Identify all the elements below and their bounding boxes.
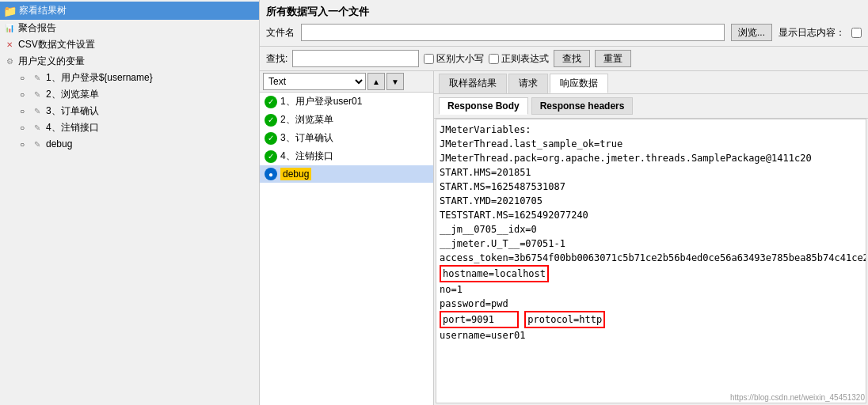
response-line-5: START.YMD=20210705 [440, 194, 862, 208]
sidebar-item-label: 4、注销接口 [46, 121, 99, 134]
sidebar-item-label: 聚合报告 [18, 21, 56, 35]
tab-request-label: 请求 [519, 78, 538, 89]
tree-item-label: 4、注销接口 [280, 150, 333, 163]
response-line-3: START.HMS=201851 [440, 165, 862, 180]
sidebar-item-label: 3、订单确认 [46, 104, 99, 118]
response-line-1: JMeterThread.last_sample_ok=true [440, 137, 862, 151]
status-icon-debug: ● [265, 168, 277, 180]
search-button[interactable]: 查找 [554, 50, 590, 67]
tree-item-order[interactable]: ✓ 3、订单确认 [260, 129, 433, 147]
file-section-title: 所有数据写入一个文件 [266, 5, 862, 19]
sub-tab-headers[interactable]: Response headers [531, 97, 634, 115]
sidebar-header-label: 察看结果树 [19, 4, 67, 17]
response-line-4: START.MS=1625487531087 [440, 180, 862, 194]
watermark: https://blog.csdn.net/weixin_45451320 [730, 393, 865, 402]
tree-prev-button[interactable]: ▲ [367, 73, 385, 90]
reset-button[interactable]: 重置 [595, 50, 631, 67]
file-name-label: 文件名 [266, 26, 295, 40]
response-line-14: protocol=http [524, 311, 605, 328]
tab-response-label: 响应数据 [560, 78, 598, 89]
file-name-input[interactable] [301, 24, 725, 41]
search-label: 查找: [266, 52, 287, 66]
tree-item-label: 3、订单确认 [280, 131, 333, 145]
regex-label: 正则表达式 [501, 52, 549, 66]
sidebar: 📁 察看结果树 📊 聚合报告 ✕ CSV数据文件设置 ⚙ 用户定义的变量 ○ ✎… [0, 0, 260, 405]
search-input[interactable] [292, 50, 419, 67]
response-content[interactable]: JMeterVariables: JMeterThread.last_sampl… [436, 119, 866, 403]
script-icon: ○ [16, 89, 29, 101]
sub-tab-body[interactable]: Response Body [439, 97, 528, 115]
tree-item-login[interactable]: ✓ 1、用户登录user01 [260, 93, 433, 111]
sidebar-item-csv[interactable]: ✕ CSV数据文件设置 [0, 36, 259, 53]
response-line-10: hostname=localhost [440, 265, 549, 282]
log-checkbox[interactable] [851, 28, 862, 38]
status-icon-green: ✓ [265, 114, 277, 127]
sidebar-item-label: 1、用户登录${username} [46, 71, 153, 85]
status-icon-green: ✓ [265, 150, 277, 163]
tree-item-logout[interactable]: ✓ 4、注销接口 [260, 147, 433, 165]
response-line-9: access_token=3b6754f00bb0063071c5b71ce2b… [440, 251, 862, 265]
var-icon: ⚙ [3, 55, 16, 68]
script-icon: ○ [16, 105, 29, 118]
regex-checkbox[interactable] [489, 54, 499, 64]
tab-sampler[interactable]: 取样器结果 [439, 74, 507, 93]
tree-item-menu[interactable]: ✓ 2、浏览菜单 [260, 111, 433, 129]
tab-response[interactable]: 响应数据 [550, 74, 608, 93]
tree-item-label: 1、用户登录user01 [280, 95, 362, 108]
pencil-icon: ✎ [31, 72, 44, 85]
script-icon: ○ [16, 138, 29, 150]
sidebar-item-aggregate[interactable]: 📊 聚合报告 [0, 20, 259, 36]
response-line-6: TESTSTART.MS=1625492077240 [440, 208, 862, 222]
script-icon: ○ [16, 72, 29, 85]
chart-icon: 📊 [3, 22, 16, 35]
browse-button[interactable]: 浏览... [731, 24, 772, 41]
sidebar-header[interactable]: 📁 察看结果树 [0, 2, 259, 20]
response-line-12: password=pwd [440, 297, 862, 311]
file-section: 所有数据写入一个文件 文件名 浏览... 显示日志内容： [260, 0, 868, 47]
status-icon-green: ✓ [265, 132, 277, 145]
tree-content: ✓ 1、用户登录user01 ✓ 2、浏览菜单 ✓ 3、订单确认 ✓ 4、注销接… [260, 93, 433, 405]
result-panel: 取样器结果 请求 响应数据 Response Body Response hea… [434, 71, 868, 405]
content-area: Text ▲ ▼ ✓ 1、用户登录user01 ✓ 2、浏览菜单 ✓ [260, 71, 868, 405]
sidebar-item-logout[interactable]: ○ ✎ 4、注销接口 [0, 119, 259, 136]
sidebar-item-label: debug [46, 138, 72, 150]
case-sensitive-checkbox[interactable] [424, 54, 434, 64]
csv-icon: ✕ [3, 39, 16, 51]
response-line-7: __jm__0705__idx=0 [440, 222, 862, 237]
pencil-icon: ✎ [31, 105, 44, 118]
folder-icon: 📁 [3, 5, 17, 17]
tree-item-debug[interactable]: ● debug [260, 165, 433, 183]
tab-request[interactable]: 请求 [508, 74, 548, 93]
sub-tabs: Response Body Response headers [434, 94, 868, 119]
tree-item-label: 2、浏览菜单 [280, 113, 333, 127]
response-line-0: JMeterVariables: [440, 123, 862, 137]
case-sensitive-label: 区别大小写 [436, 52, 484, 66]
sub-tab-body-label: Response Body [447, 100, 520, 112]
sidebar-item-menu[interactable]: ○ ✎ 2、浏览菜单 [0, 86, 259, 103]
response-line-11: no=1 [440, 282, 862, 297]
sub-tab-headers-label: Response headers [540, 100, 625, 112]
pencil-icon: ✎ [31, 89, 44, 101]
debug-icon: ✎ [31, 138, 44, 150]
search-section: 查找: 区别大小写 正则表达式 查找 重置 [260, 47, 868, 71]
sidebar-item-label: CSV数据文件设置 [18, 38, 95, 51]
case-sensitive-option: 区别大小写 [424, 52, 484, 66]
sidebar-item-label: 用户定义的变量 [18, 55, 85, 68]
regex-option: 正则表达式 [489, 52, 549, 66]
pencil-icon: ✎ [31, 122, 44, 134]
tree-toolbar: Text ▲ ▼ [260, 71, 433, 93]
response-line-8: __jmeter.U_T__=07051-1 [440, 237, 862, 251]
right-panel: 所有数据写入一个文件 文件名 浏览... 显示日志内容： 查找: 区别大小写 正… [260, 0, 868, 405]
tree-next-button[interactable]: ▼ [386, 73, 404, 90]
result-tabs: 取样器结果 请求 响应数据 [434, 71, 868, 94]
tree-item-label: debug [280, 168, 311, 180]
sidebar-item-label: 2、浏览菜单 [46, 88, 99, 101]
sidebar-item-debug[interactable]: ○ ✎ debug [0, 136, 259, 152]
sidebar-item-login[interactable]: ○ ✎ 1、用户登录${username} [0, 70, 259, 86]
text-format-select[interactable]: Text [263, 73, 366, 90]
sidebar-item-order[interactable]: ○ ✎ 3、订单确认 [0, 103, 259, 119]
response-line-2: JMeterThread.pack=org.apache.jmeter.thre… [440, 151, 862, 165]
tree-panel: Text ▲ ▼ ✓ 1、用户登录user01 ✓ 2、浏览菜单 ✓ [260, 71, 434, 405]
sidebar-item-uservars[interactable]: ⚙ 用户定义的变量 [0, 53, 259, 70]
log-label: 显示日志内容： [779, 26, 845, 40]
